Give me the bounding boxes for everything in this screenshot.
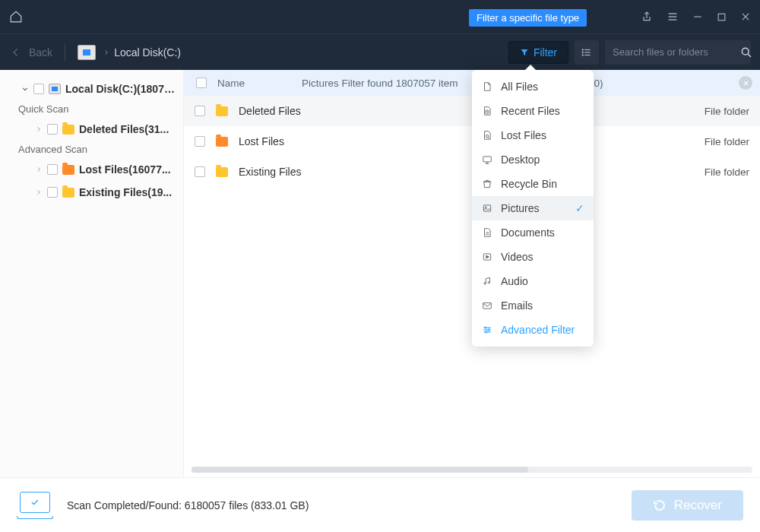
filter-option-recycle[interactable]: Recycle Bin [472, 172, 594, 196]
row-type: File folder [705, 136, 749, 147]
option-label: Videos [501, 251, 534, 263]
minimize-icon[interactable] [692, 11, 703, 22]
select-all-checkbox[interactable] [196, 78, 207, 88]
checkbox[interactable] [195, 166, 205, 177]
filter-option-emails[interactable]: Emails [472, 293, 594, 318]
chevron-right-icon[interactable] [35, 188, 43, 196]
folder-icon [216, 106, 228, 116]
checkbox[interactable] [47, 164, 58, 175]
tree-group-label: Quick Scan [3, 100, 180, 118]
svg-rect-31 [483, 303, 492, 309]
tree-item[interactable]: Deleted Files(31... [3, 118, 180, 141]
row-name: Deleted Files [239, 105, 301, 117]
file-icon [481, 81, 493, 93]
filter-option-desktop[interactable]: Desktop [472, 147, 594, 172]
disk-icon [49, 84, 61, 94]
svg-rect-24 [483, 205, 490, 211]
chevron-right-icon[interactable] [35, 166, 43, 173]
restore-icon [653, 499, 667, 512]
recover-button[interactable]: Recover [632, 490, 743, 521]
svg-point-29 [484, 283, 486, 284]
checkbox[interactable] [47, 124, 58, 135]
folder-icon [216, 167, 228, 177]
search-icon[interactable] [740, 46, 752, 59]
option-label: Advanced Filter [501, 324, 575, 336]
home-icon[interactable] [9, 10, 23, 24]
column-header-name[interactable]: Name [217, 78, 245, 89]
document-icon [481, 226, 493, 239]
checkbox[interactable] [47, 187, 58, 198]
chevron-down-icon[interactable] [21, 85, 29, 93]
trash-icon [481, 178, 493, 190]
filter-label: Filter [534, 46, 557, 59]
back-button[interactable]: Back [9, 46, 52, 59]
filter-dropdown: All Files Recent Files Lost Files Deskto… [472, 70, 594, 347]
tree-item-label: Lost Files(16077... [79, 163, 171, 176]
filter-option-all[interactable]: All Files [472, 74, 594, 99]
recover-label: Recover [674, 498, 722, 513]
horizontal-scrollbar[interactable] [192, 467, 752, 473]
desktop-icon [481, 154, 493, 166]
filter-tooltip: Filter a specific file type [469, 9, 587, 27]
toolbar: Back Local Disk(C:) Filter [0, 33, 760, 70]
svg-point-12 [582, 54, 583, 55]
search-file-icon [481, 129, 493, 141]
folder-icon [62, 188, 74, 198]
option-label: Desktop [501, 154, 540, 166]
disk-icon [78, 45, 96, 60]
footer: Scan Completed/Found: 6180057 files (833… [0, 477, 760, 532]
banner-close-icon[interactable] [739, 76, 752, 90]
option-label: All Files [501, 81, 538, 93]
chevron-right-icon[interactable] [35, 125, 43, 133]
svg-rect-20 [483, 157, 492, 162]
search-input[interactable] [613, 46, 740, 58]
audio-icon [481, 275, 493, 287]
filter-option-audio[interactable]: Audio [472, 269, 594, 293]
check-icon: ✓ [575, 202, 584, 214]
share-icon[interactable] [641, 11, 653, 23]
search-box[interactable] [605, 40, 751, 65]
option-label: Recycle Bin [501, 178, 557, 190]
filter-option-pictures[interactable]: Pictures ✓ [472, 196, 594, 220]
sidebar: Local Disk(C:)(1807057) Quick Scan Delet… [0, 70, 184, 477]
tree-root[interactable]: Local Disk(C:)(1807057) [3, 78, 180, 100]
checkbox[interactable] [195, 106, 205, 116]
banner-text: Pictures Filter found 1807057 item [302, 78, 458, 89]
row-type: File folder [705, 106, 749, 117]
svg-point-13 [742, 48, 749, 55]
sliders-icon [481, 324, 493, 336]
tree-root-label: Local Disk(C:)(1807057) [65, 83, 176, 95]
filter-option-recent[interactable]: Recent Files [472, 99, 594, 123]
breadcrumb[interactable]: Local Disk(C:) [103, 46, 181, 59]
checkbox[interactable] [195, 136, 205, 147]
folder-icon [62, 165, 74, 175]
row-type: File folder [705, 166, 749, 178]
svg-line-19 [488, 137, 489, 138]
filter-advanced[interactable]: Advanced Filter [472, 318, 594, 342]
scrollbar-thumb[interactable] [192, 467, 528, 473]
filter-option-lost[interactable]: Lost Files [472, 123, 594, 147]
tree-item-label: Deleted Files(31... [79, 123, 169, 135]
tree-item[interactable]: Existing Files(19... [3, 181, 180, 204]
filter-option-documents[interactable]: Documents [472, 220, 594, 245]
mail-icon [481, 299, 493, 312]
back-label: Back [29, 46, 52, 59]
option-label: Pictures [501, 202, 540, 214]
menu-icon[interactable] [667, 11, 679, 23]
svg-point-30 [488, 282, 489, 283]
checkbox[interactable] [33, 84, 44, 94]
filter-button[interactable]: Filter [508, 41, 568, 64]
folder-icon [216, 137, 228, 147]
row-name: Existing Files [239, 166, 301, 178]
maximize-icon[interactable] [717, 12, 727, 22]
toolbar-separator [65, 44, 65, 61]
filter-option-videos[interactable]: Videos [472, 245, 594, 269]
folder-icon [62, 125, 74, 135]
breadcrumb-text: Local Disk(C:) [114, 46, 181, 59]
view-toggle-button[interactable] [575, 40, 599, 65]
laptop-icon [17, 492, 53, 519]
close-icon[interactable] [740, 11, 751, 22]
status-text: Scan Completed/Found: 6180057 files (833… [67, 499, 309, 511]
tree-item[interactable]: Lost Files(16077... [3, 158, 180, 181]
tree-group-label: Advanced Scan [3, 141, 180, 158]
